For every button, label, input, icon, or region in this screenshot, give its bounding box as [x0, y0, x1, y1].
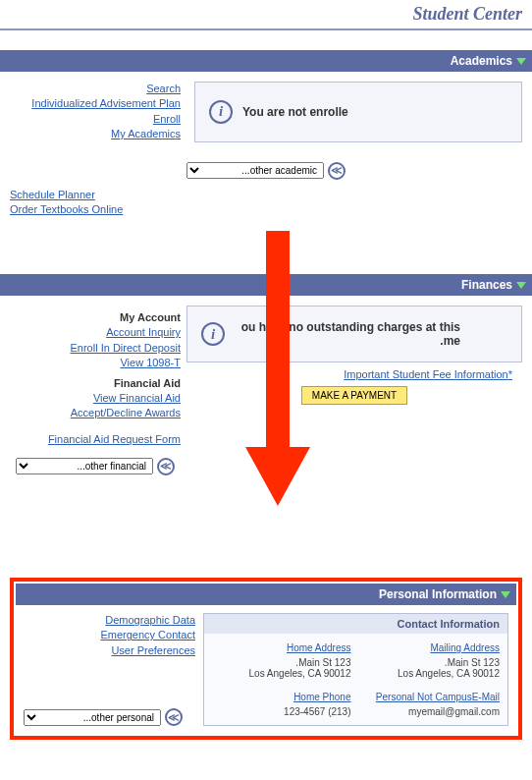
- enrollment-info-text: You are not enrolle: [242, 105, 348, 119]
- order-textbooks-link[interactable]: Order Textbooks Online: [10, 202, 336, 217]
- go-button[interactable]: ≫: [165, 708, 183, 726]
- mailing-address-value: 123 Main St. Los Angeles, CA 90012: [361, 657, 501, 679]
- academics-header[interactable]: Academics: [0, 50, 532, 72]
- contact-info-title: Contact Information: [204, 614, 507, 634]
- academics-section: Academics You are not enrolle i Search I…: [0, 50, 532, 225]
- go-button[interactable]: ≫: [328, 162, 346, 180]
- view-1098t-link[interactable]: View 1098-T: [16, 356, 181, 370]
- personal-dropdown[interactable]: other personal...: [24, 709, 161, 726]
- schedule-planner-link[interactable]: Schedule Planner: [10, 188, 336, 202]
- finances-header[interactable]: Finances: [0, 274, 532, 296]
- academics-link-enroll[interactable]: Enroll: [16, 112, 181, 127]
- my-account-heading: My Account: [16, 311, 181, 323]
- email-value: myemail@gmail.com: [361, 706, 501, 717]
- email-link[interactable]: Personal Not CampusE-Mail: [361, 691, 501, 704]
- go-button[interactable]: ≫: [157, 458, 175, 475]
- charges-info-text: ou have no outstanding charges at this m…: [235, 320, 460, 348]
- academics-link-iap[interactable]: Individualized Advisement Plan: [16, 96, 181, 111]
- emergency-contact-link[interactable]: Emergency Contact: [24, 628, 195, 642]
- student-fee-info-link[interactable]: *Important Student Fee Information: [196, 368, 512, 380]
- info-icon: i: [209, 100, 233, 124]
- finances-section: Finances ou have no outstanding charges …: [0, 274, 532, 484]
- collapse-triangle-icon: [516, 58, 526, 65]
- info-icon: i: [201, 322, 225, 346]
- home-phone-value: (213) 123-4567: [212, 706, 351, 717]
- academics-link-search[interactable]: Search: [16, 82, 181, 96]
- finances-header-label: Finances: [461, 278, 512, 292]
- academics-link-myacademics[interactable]: My Academics: [16, 127, 181, 141]
- collapse-triangle-icon: [516, 282, 526, 289]
- page-title: Student Center: [412, 4, 522, 24]
- view-finaid-link[interactable]: View Financial Aid: [16, 391, 181, 406]
- financial-aid-heading: Financial Aid: [16, 377, 181, 389]
- direct-deposit-link[interactable]: Enroll In Direct Deposit: [16, 341, 181, 356]
- home-address-link[interactable]: Home Address: [212, 641, 351, 655]
- academics-dropdown[interactable]: other academic...: [186, 162, 324, 179]
- collapse-triangle-icon: [501, 591, 510, 598]
- personal-section: Personal Information Contact Information…: [16, 584, 516, 734]
- finances-dropdown[interactable]: other financial...: [16, 458, 153, 474]
- personal-header-label: Personal Information: [379, 587, 497, 601]
- academics-header-label: Academics: [451, 54, 512, 68]
- home-phone-link[interactable]: Home Phone: [212, 691, 351, 704]
- personal-info-highlight: Personal Information Contact Information…: [10, 578, 522, 740]
- make-payment-button[interactable]: MAKE A PAYMENT: [301, 386, 407, 405]
- home-address-value: 123 Main St. Los Angeles, CA 90012: [212, 657, 351, 679]
- personal-header[interactable]: Personal Information: [16, 584, 516, 605]
- accept-decline-link[interactable]: Accept/Decline Awards: [16, 406, 181, 420]
- user-preferences-link[interactable]: User Preferences: [24, 643, 195, 658]
- mailing-address-link[interactable]: Mailing Address: [361, 641, 501, 655]
- account-inquiry-link[interactable]: Account Inquiry: [16, 325, 181, 340]
- demographic-data-link[interactable]: Demographic Data: [24, 613, 195, 628]
- enrollment-info-box: You are not enrolle i: [194, 82, 522, 142]
- contact-info-card: Contact Information Mailing Address 123 …: [203, 613, 508, 726]
- charges-info-box: ou have no outstanding charges at this m…: [186, 306, 522, 362]
- finaid-request-form-link[interactable]: Financial Aid Request Form: [16, 432, 181, 447]
